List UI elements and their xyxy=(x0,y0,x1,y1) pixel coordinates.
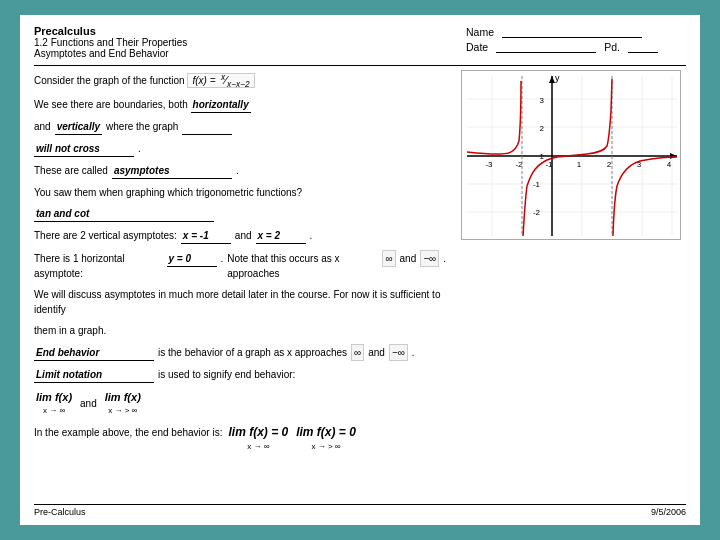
vertically-line: and vertically where the graph xyxy=(34,119,446,135)
lim-label-1: lim f(x) xyxy=(36,389,72,406)
x2-blank: x = 2 xyxy=(256,228,306,244)
worksheet-page: Precalculus 1.2 Functions and Their Prop… xyxy=(20,15,700,525)
pd-field[interactable] xyxy=(628,40,658,53)
s1-text: We see there are boundaries, both xyxy=(34,99,188,110)
s4-text: You saw them when graphing which trigono… xyxy=(34,187,302,198)
svg-text:2: 2 xyxy=(607,160,612,169)
boundaries-line: We see there are boundaries, both horizo… xyxy=(34,97,446,113)
name-line: Name xyxy=(466,25,686,38)
pd-label: Pd. xyxy=(604,41,620,53)
consider-text: Consider the graph of the function xyxy=(34,75,185,86)
will-not-cross-blank: will not cross xyxy=(34,141,134,157)
end-behavior-line: End behavior is the behavior of a graph … xyxy=(34,344,446,361)
end-behavior-blank: End behavior xyxy=(34,345,154,361)
s8a-text: is the behavior of a graph as x approach… xyxy=(158,345,347,360)
s6b-text: Note that this occurs as x approaches xyxy=(227,251,378,281)
x-axis-label: x xyxy=(680,151,681,161)
name-label: Name xyxy=(466,26,494,38)
and-text-1: and xyxy=(34,119,51,134)
lim-block-1: lim f(x) x → ∞ xyxy=(36,389,72,418)
topic-title: Asymptotes and End Behavior xyxy=(34,48,187,59)
horizontal-asymptote-line: There is 1 horizontal asymptote: y = 0 .… xyxy=(34,250,446,281)
vertical-asymptotes-line: There are 2 vertical asymptotes: x = -1 … xyxy=(34,228,446,244)
right-column: x y -3 -2 -1 1 2 3 4 3 2 1 -1 xyxy=(456,70,686,500)
y-axis-label: y xyxy=(555,73,560,83)
neg-infinity-symbol-2: −∞ xyxy=(389,344,408,361)
and-text-3: and xyxy=(400,251,417,266)
lim-label-2: lim f(x) xyxy=(105,389,141,406)
tan-cot-blank: tan and cot xyxy=(34,206,214,222)
infinity-symbol-1: ∞ xyxy=(382,250,395,267)
lim-symbols-row: lim f(x) x → ∞ and lim f(x) x → > ∞ xyxy=(34,389,446,418)
date-label: Date xyxy=(466,41,488,53)
function-graph: x y -3 -2 -1 1 2 3 4 3 2 1 -1 xyxy=(462,71,681,240)
big-lim-sub-1: x → ∞ xyxy=(247,441,269,453)
big-lim-label-2: lim f(x) = 0 xyxy=(296,423,356,441)
s3-text: These are called xyxy=(34,163,108,178)
svg-text:4: 4 xyxy=(667,160,672,169)
course-title: Precalculus xyxy=(34,25,187,37)
footer: Pre-Calculus 9/5/2006 xyxy=(34,504,686,517)
and-text-2: and xyxy=(235,228,252,243)
svg-text:1: 1 xyxy=(577,160,582,169)
s9a-text: is used to signify end behavior: xyxy=(158,367,295,382)
footer-date: 9/5/2006 xyxy=(651,507,686,517)
s6-text: There is 1 horizontal asymptote: xyxy=(34,251,163,281)
svg-text:-2: -2 xyxy=(533,208,541,217)
svg-text:-3: -3 xyxy=(485,160,493,169)
s5-text: There are 2 vertical asymptotes: xyxy=(34,228,177,243)
function-formula: f(x) = x⁄x−x−2 xyxy=(187,73,254,88)
x-neg1-blank: x = -1 xyxy=(181,228,231,244)
big-lim-1: lim f(x) = 0 x → ∞ xyxy=(228,423,288,453)
s7a-text: We will discuss asymptotes in much more … xyxy=(34,289,440,315)
infinity-symbol-2: ∞ xyxy=(351,344,364,361)
horizontally-blank: horizontally xyxy=(191,97,251,113)
y0-blank: y = 0 xyxy=(167,251,217,267)
graph-container: x y -3 -2 -1 1 2 3 4 3 2 1 -1 xyxy=(461,70,681,240)
limit-notation-line: Limit notation is used to signify end be… xyxy=(34,367,446,383)
date-field[interactable] xyxy=(496,40,596,53)
neg-infinity-symbol-1: −∞ xyxy=(420,250,439,267)
svg-text:3: 3 xyxy=(540,96,545,105)
section-title: 1.2 Functions and Their Properties xyxy=(34,37,187,48)
lim-sub-1: x → ∞ xyxy=(43,405,65,417)
big-lim-2: lim f(x) = 0 x → > ∞ xyxy=(296,423,356,453)
where-graph-text: where the graph xyxy=(106,119,178,134)
name-field[interactable] xyxy=(502,25,642,38)
footer-label: Pre-Calculus xyxy=(34,507,86,517)
example-line: In the example above, the end behavior i… xyxy=(34,423,446,453)
date-line: Date Pd. xyxy=(466,40,686,53)
svg-text:-1: -1 xyxy=(533,180,541,189)
main-content: Consider the graph of the function f(x) … xyxy=(34,70,686,500)
limit-notation-blank: Limit notation xyxy=(34,367,154,383)
discuss-line-1: We will discuss asymptotes in much more … xyxy=(34,287,446,317)
lim-block-2: lim f(x) x → > ∞ xyxy=(105,389,141,418)
header-left: Precalculus 1.2 Functions and Their Prop… xyxy=(34,25,187,59)
svg-text:2: 2 xyxy=(540,124,545,133)
discuss-line-2: them in a graph. xyxy=(34,323,446,338)
blank-1 xyxy=(182,119,232,135)
lim-sub-2: x → > ∞ xyxy=(108,405,137,417)
header-right: Name Date Pd. xyxy=(466,25,686,53)
tan-cot-line: tan and cot xyxy=(34,206,446,222)
trig-line: You saw them when graphing which trigono… xyxy=(34,185,446,200)
left-column: Consider the graph of the function f(x) … xyxy=(34,70,446,500)
header: Precalculus 1.2 Functions and Their Prop… xyxy=(34,25,686,59)
s10-text: In the example above, the end behavior i… xyxy=(34,425,222,440)
big-lim-sub-2: x → > ∞ xyxy=(311,441,340,453)
intro-line: Consider the graph of the function f(x) … xyxy=(34,71,446,91)
svg-text:-1: -1 xyxy=(545,160,553,169)
s7b-text: them in a graph. xyxy=(34,325,106,336)
big-lim-label-1: lim f(x) = 0 xyxy=(228,423,288,441)
and-text-4: and xyxy=(368,345,385,360)
vertically-blank: vertically xyxy=(55,119,102,135)
svg-text:1: 1 xyxy=(540,152,545,161)
asymptotes-blank: asymptotes xyxy=(112,163,232,179)
asymptotes-line: These are called asymptotes . xyxy=(34,163,446,179)
and-text-5: and xyxy=(80,396,97,411)
will-not-cross-line: will not cross . xyxy=(34,141,446,157)
header-divider xyxy=(34,65,686,66)
